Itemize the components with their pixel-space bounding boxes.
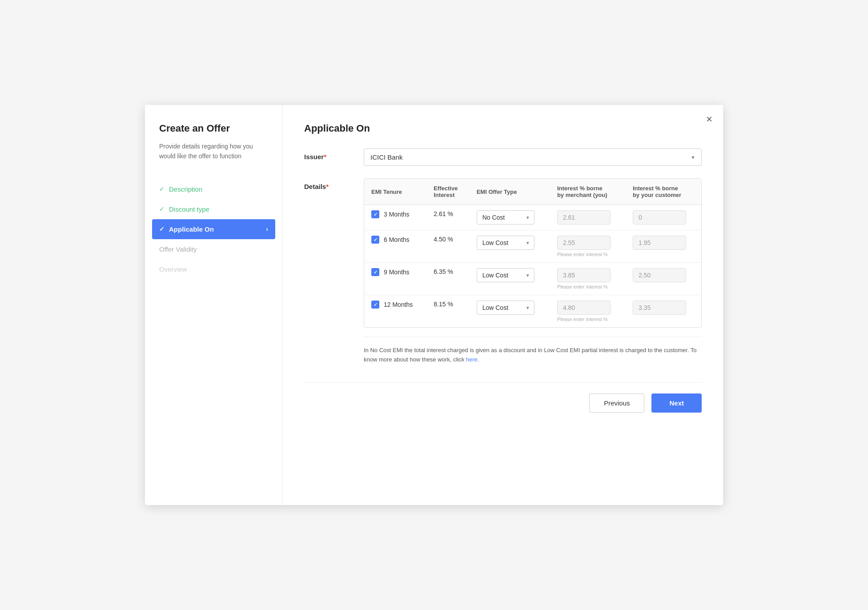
sidebar-item-label-applicable-on: Applicable On [169, 225, 214, 233]
customer-interest-input-0[interactable] [633, 210, 686, 225]
sidebar-item-label-discount-type: Discount type [169, 205, 209, 213]
emi-select-wrap-2: No CostLow Cost [477, 268, 534, 282]
cell-customer-interest-0 [626, 205, 701, 230]
sidebar-title: Create an Offer [159, 123, 268, 134]
col-header-customer-interest: Interest % borneby your customer [626, 179, 701, 205]
cell-effective-interest-1: 4.50 % [426, 230, 469, 263]
cell-customer-interest-2 [626, 263, 701, 295]
merchant-interest-input-0[interactable] [557, 210, 611, 225]
tenure-label-2: 9 Months [384, 269, 410, 276]
cell-tenure-3: ✓ 12 Months [364, 295, 426, 328]
details-label: Details* [304, 178, 353, 190]
check-icon: ✓ [159, 185, 165, 193]
col-header-effective-interest: EffectiveInterest [426, 179, 469, 205]
merchant-interest-input-2[interactable] [557, 268, 611, 282]
merchant-interest-hint-3: Please enter interest % [557, 317, 619, 322]
cell-offer-type-2: No CostLow Cost [470, 263, 550, 295]
emi-offer-type-select-1[interactable]: No CostLow Cost [477, 236, 534, 250]
checkmark-1: ✓ [374, 237, 378, 243]
checkmark-0: ✓ [374, 212, 378, 217]
check-icon-3: ✓ [159, 225, 165, 233]
cell-merchant-interest-2: Please enter interest % [550, 263, 626, 295]
previous-button[interactable]: Previous [589, 393, 644, 413]
cell-tenure-1: ✓ 6 Months [364, 230, 426, 263]
customer-interest-input-3[interactable] [633, 301, 686, 315]
sidebar-item-overview[interactable]: Overview [159, 259, 268, 279]
sidebar-item-label-offer-validity: Offer Validity [159, 245, 197, 253]
sidebar-item-discount-type[interactable]: ✓ Discount type [159, 199, 268, 219]
col-header-merchant-interest: Interest % borneby merchant (you) [550, 179, 626, 205]
footer-note-end: . [478, 356, 479, 363]
issuer-select[interactable]: ICICI Bank HDFC Bank SBI Axis Bank Kotak… [364, 148, 702, 166]
cell-tenure-0: ✓ 3 Months [364, 205, 426, 230]
col-header-offer-type: EMI Offer Type [470, 179, 550, 205]
sidebar-item-offer-validity[interactable]: Offer Validity [159, 239, 268, 259]
col-header-tenure: EMI Tenure [364, 179, 426, 205]
nav-buttons: Previous Next [304, 382, 702, 413]
cell-customer-interest-3 [626, 295, 701, 328]
emi-details-table: EMI Tenure EffectiveInterest EMI Offer T… [364, 179, 701, 327]
table-row: ✓ 3 Months 2.61 %No CostLow Cost [364, 205, 701, 230]
tenure-label-1: 6 Months [384, 236, 410, 243]
customer-interest-input-2[interactable] [633, 268, 686, 282]
cell-merchant-interest-1: Please enter interest % [550, 230, 626, 263]
issuer-label: Issuer* [304, 148, 353, 161]
table-row: ✓ 9 Months 6.35 %No CostLow CostPlease e… [364, 263, 701, 295]
issuer-row: Issuer* ICICI Bank HDFC Bank SBI Axis Ba… [304, 148, 702, 166]
details-row: Details* EMI Tenure EffectiveInterest EM… [304, 178, 702, 365]
page-title: Applicable On [304, 123, 702, 134]
cell-effective-interest-3: 8.15 % [426, 295, 469, 328]
row-checkbox-2[interactable]: ✓ [371, 268, 379, 276]
row-checkbox-0[interactable]: ✓ [371, 210, 379, 218]
tenure-label-0: 3 Months [384, 211, 410, 218]
chevron-right-icon: › [266, 225, 268, 233]
issuer-control-wrap: ICICI Bank HDFC Bank SBI Axis Bank Kotak… [364, 148, 702, 166]
cell-tenure-2: ✓ 9 Months [364, 263, 426, 295]
emi-offer-type-select-0[interactable]: No CostLow Cost [477, 210, 534, 225]
issuer-required-marker: * [324, 153, 326, 161]
emi-select-wrap-0: No CostLow Cost [477, 210, 534, 225]
details-table-wrap: EMI Tenure EffectiveInterest EMI Offer T… [364, 178, 702, 328]
cell-merchant-interest-0 [550, 205, 626, 230]
sidebar-item-applicable-on[interactable]: ✓ Applicable On › [152, 219, 275, 239]
checkmark-2: ✓ [374, 269, 378, 275]
customer-interest-input-1[interactable] [633, 236, 686, 250]
footer-note-link[interactable]: here [466, 356, 478, 363]
emi-offer-type-select-3[interactable]: No CostLow Cost [477, 301, 534, 315]
sidebar: Create an Offer Provide details regardin… [145, 105, 283, 505]
tenure-label-3: 12 Months [384, 301, 413, 308]
cell-offer-type-1: No CostLow Cost [470, 230, 550, 263]
emi-select-wrap-3: No CostLow Cost [477, 301, 534, 315]
table-row: ✓ 6 Months 4.50 %No CostLow CostPlease e… [364, 230, 701, 263]
merchant-interest-input-3[interactable] [557, 301, 611, 315]
issuer-select-wrap: ICICI Bank HDFC Bank SBI Axis Bank Kotak… [364, 148, 702, 166]
cell-customer-interest-1 [626, 230, 701, 263]
sidebar-item-description[interactable]: ✓ Description [159, 179, 268, 199]
cell-effective-interest-2: 6.35 % [426, 263, 469, 295]
sidebar-nav: ✓ Description ✓ Discount type ✓ Applicab… [159, 179, 268, 279]
footer-note: In No Cost EMI the total interest charge… [364, 337, 702, 365]
sidebar-description: Provide details regarding how you would … [159, 141, 268, 161]
close-button[interactable]: × [706, 114, 712, 124]
modal-container: Create an Offer Provide details regardin… [145, 105, 723, 505]
row-checkbox-3[interactable]: ✓ [371, 301, 379, 309]
emi-select-wrap-1: No CostLow Cost [477, 236, 534, 250]
main-content: × Applicable On Issuer* ICICI Bank HDFC … [283, 105, 723, 505]
footer-note-text: In No Cost EMI the total interest charge… [364, 347, 696, 363]
merchant-interest-hint-2: Please enter interest % [557, 284, 619, 289]
cell-merchant-interest-3: Please enter interest % [550, 295, 626, 328]
next-button[interactable]: Next [651, 393, 702, 413]
checkmark-3: ✓ [374, 302, 378, 308]
details-required-marker: * [326, 183, 329, 190]
sidebar-item-label-description: Description [169, 185, 202, 193]
emi-offer-type-select-2[interactable]: No CostLow Cost [477, 268, 534, 282]
details-control-wrap: EMI Tenure EffectiveInterest EMI Offer T… [364, 178, 702, 365]
row-checkbox-1[interactable]: ✓ [371, 236, 379, 244]
table-row: ✓ 12 Months 8.15 %No CostLow CostPlease … [364, 295, 701, 328]
merchant-interest-hint-1: Please enter interest % [557, 252, 619, 257]
sidebar-item-label-overview: Overview [159, 265, 187, 273]
cell-effective-interest-0: 2.61 % [426, 205, 469, 230]
cell-offer-type-3: No CostLow Cost [470, 295, 550, 328]
cell-offer-type-0: No CostLow Cost [470, 205, 550, 230]
merchant-interest-input-1[interactable] [557, 236, 611, 250]
